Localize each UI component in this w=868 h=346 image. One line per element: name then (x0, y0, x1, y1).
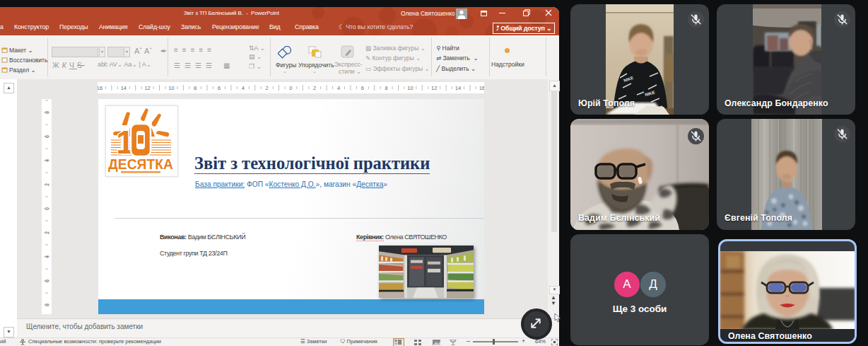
svg-text:10: 10 (168, 85, 174, 91)
svg-text:4: 4 (44, 255, 50, 258)
svg-text:14: 14 (121, 85, 127, 91)
svg-text:12: 12 (431, 85, 437, 91)
svg-text:2: 2 (44, 183, 50, 186)
svg-text:ДЕСЯТКА: ДЕСЯТКА (108, 156, 173, 172)
svg-text:6: 6 (361, 85, 364, 91)
svg-text:6: 6 (44, 279, 50, 282)
svg-text:6: 6 (44, 135, 50, 138)
svg-text:8: 8 (44, 304, 50, 306)
svg-text:2: 2 (44, 231, 50, 234)
svg-text:16: 16 (98, 85, 102, 91)
svg-text:0: 0 (289, 85, 292, 91)
svg-text:4: 4 (242, 85, 245, 91)
svg-text:4: 4 (337, 85, 340, 91)
svg-text:8: 8 (194, 85, 197, 91)
svg-text:10: 10 (407, 85, 413, 91)
svg-text:0: 0 (44, 207, 50, 210)
svg-text:12: 12 (144, 85, 150, 91)
svg-text:14: 14 (455, 85, 461, 91)
svg-text:6: 6 (218, 85, 221, 91)
svg-text:4: 4 (44, 159, 50, 162)
svg-text:16: 16 (479, 85, 484, 91)
svg-text:2: 2 (313, 85, 316, 91)
svg-text:2: 2 (266, 85, 269, 91)
svg-text:8: 8 (385, 85, 388, 91)
svg-text:8: 8 (44, 111, 50, 114)
